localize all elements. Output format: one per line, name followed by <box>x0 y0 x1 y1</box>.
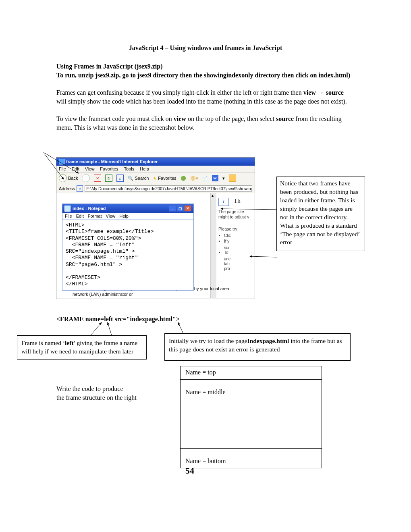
notepad-menubar[interactable]: File Edit Format View Help <box>62 213 193 220</box>
mail-icon[interactable]: 📄 <box>202 176 208 181</box>
paragraph-1: Frames can get confusing because if you … <box>56 88 355 106</box>
home-icon[interactable]: ⌂ <box>116 175 124 182</box>
np-menu-help[interactable]: Help <box>119 214 129 218</box>
maximize-button[interactable]: ▢ <box>176 205 184 212</box>
page-title: JavaScript 4 – Using windows and frames … <box>56 44 355 52</box>
svg-line-4 <box>91 322 102 335</box>
ie-menu-help[interactable]: Help <box>140 166 149 171</box>
word-icon[interactable]: W <box>212 175 218 181</box>
frame-middle: Name = middle <box>181 379 322 448</box>
favorites-button[interactable]: ★Favorites <box>153 176 176 181</box>
notepad-icon <box>64 206 71 212</box>
stop-icon[interactable]: ✕ <box>94 175 101 182</box>
ie-menu-file[interactable]: File <box>59 166 66 171</box>
subhead-line1: Using Frames in JavaScript (jsex9.zip) <box>56 63 163 70</box>
close-button[interactable]: ✕ <box>184 205 191 212</box>
ie-icon <box>59 159 64 164</box>
forward-button[interactable] <box>82 174 90 182</box>
search-button[interactable]: 🔍Search <box>128 176 149 181</box>
ie-address-bar: Address e E:\My Documents\Infosys&soc\gu… <box>56 184 255 193</box>
np-menu-file[interactable]: File <box>65 214 72 218</box>
address-label: Address <box>59 186 75 191</box>
history-icon[interactable]: 📀▾ <box>190 176 198 181</box>
folder-icon[interactable] <box>229 175 236 182</box>
annotation-indexpage: Initially we try to load the pageIndexpa… <box>164 333 351 361</box>
annotation-frame-name: Frame is named ‘left’ giving the frame a… <box>17 335 147 360</box>
address-field[interactable]: E:\My Documents\Infosys&soc\guide2007\Ja… <box>85 185 252 192</box>
np-menu-view[interactable]: View <box>106 214 116 218</box>
np-menu-format[interactable]: Format <box>88 214 102 218</box>
notepad-window: index - Notepad _ ▢ ✕ File Edit Format V… <box>62 204 194 291</box>
info-icon: i <box>218 198 229 206</box>
scrollbar[interactable] <box>210 193 216 298</box>
frame-tag-code: <FRAME name=left src="indexpage.html"> <box>56 316 180 323</box>
ie-title-text: frame example - Microsoft Internet Explo… <box>66 159 158 164</box>
ie-menu-edit[interactable]: Edit <box>72 166 79 171</box>
minimize-button[interactable]: _ <box>169 205 176 212</box>
media-icon[interactable]: 🟢 <box>181 176 186 181</box>
ie-menu-tools[interactable]: Tools <box>124 166 135 171</box>
ie-menubar[interactable]: File Edit View Favorites Tools Help <box>56 166 255 172</box>
annotation-frames-note: Notice that two frames have been produce… <box>276 177 365 251</box>
svg-line-5 <box>108 322 112 335</box>
notepad-titlebar: index - Notepad _ ▢ ✕ <box>62 204 193 213</box>
ie-toolbar: Back ✕ ↻ ⌂ 🔍Search ★Favorites 🟢 📀▾ 📄 W ▾ <box>56 172 255 184</box>
ie-menu-favorites[interactable]: Favorites <box>100 166 118 171</box>
ie-titlebar: frame example - Microsoft Internet Explo… <box>56 158 255 166</box>
frame-top: Name = top <box>181 366 322 379</box>
notepad-code: <HTML> <TITLE>frame example</Title> <FRA… <box>62 220 193 290</box>
svg-line-6 <box>178 322 183 334</box>
paragraph-2: To view the frameset code you must click… <box>56 114 355 132</box>
frame-diagram: Name = top Name = middle Name = bottom <box>180 366 322 468</box>
right-frame-content: Th i The page site might to adjust y Ple… <box>218 198 253 271</box>
subheading: Using Frames in JavaScript (jsex9.zip) T… <box>56 62 355 79</box>
refresh-icon[interactable]: ↻ <box>105 175 112 182</box>
exercise-prompt: Write the code to produce the frame stru… <box>56 384 137 402</box>
page-number: 54 <box>185 466 194 476</box>
back-button[interactable]: Back <box>59 174 78 182</box>
ie-menu-view[interactable]: View <box>85 166 95 171</box>
page-icon: e <box>77 185 83 192</box>
subhead-line2: To run, unzip jsex9.zip, go to jsex9 dir… <box>56 72 350 79</box>
np-menu-edit[interactable]: Edit <box>76 214 84 218</box>
frame-bottom: Name = bottom <box>181 448 322 468</box>
